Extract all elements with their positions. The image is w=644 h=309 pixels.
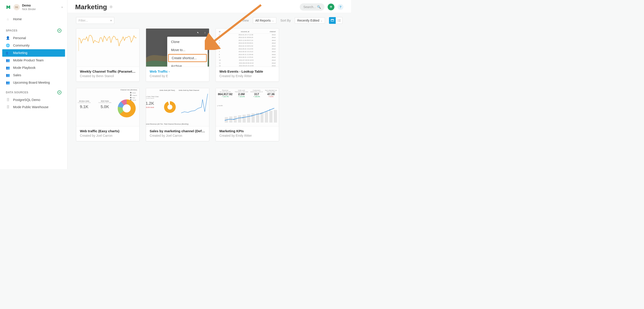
card-title: Marketing KPIs — [220, 129, 275, 133]
main-panel: Marketing ✻ Search... 🔍 + ? Filter... ▾ … — [68, 0, 351, 169]
view-label: View — [242, 19, 249, 22]
gear-icon[interactable]: ✻ — [109, 4, 113, 9]
database-icon: 🗄 — [6, 98, 10, 102]
card-thumbnail: Revenueme, year over year864,917.92+ 123… — [216, 88, 279, 126]
spaces-header: SPACES + — [0, 24, 67, 34]
sidebar-item-personal[interactable]: 👤Personal — [0, 34, 67, 42]
card-subtitle: Created by Emily Ritter — [220, 134, 275, 137]
sidebar-item-mobile-product-team[interactable]: 👥Mobile Product Team — [0, 57, 67, 64]
sidebar-item-community[interactable]: 🌐Community — [0, 42, 67, 49]
sidebar-item-upcoming-board-meeting[interactable]: 👥Upcoming Board Meeting — [0, 79, 67, 86]
search-input[interactable]: Search... 🔍 — [300, 3, 324, 10]
caret-down-icon: ▼ — [61, 6, 63, 8]
sidebar-item-label: Sales — [13, 73, 21, 77]
card-subtitle: Created by Joel Carron — [80, 134, 136, 137]
datasource-item-mode-public-warehouse[interactable]: 🗄Mode Public Warehouse — [0, 103, 67, 111]
datasource-label: Mode Public Warehouse — [13, 105, 48, 109]
add-datasource-button[interactable]: + — [58, 90, 62, 94]
card-context-menu: CloneMove to...Create shortcut...Archive… — [167, 37, 208, 67]
sidebar-item-mode-playbook[interactable]: 👥Mode Playbook — [0, 64, 67, 71]
card-body: Sales by marketing channel (Definiti...C… — [146, 126, 209, 141]
people-icon: 👥 — [6, 58, 10, 62]
org-name: Demo — [22, 3, 36, 8]
chevron-down-icon: ⌄ — [321, 19, 322, 22]
org-user: Nick Binder — [22, 8, 36, 11]
report-card[interactable]: Weekly Channel Traffic (Parameteriz...Cr… — [76, 28, 140, 82]
create-button[interactable]: + — [328, 3, 334, 10]
sidebar-item-label: Marketing — [13, 51, 28, 55]
org-switcher[interactable]: DE Demo Nick Binder ▼ — [0, 2, 67, 14]
card-body: Weekly Channel Traffic (Parameteriz...Cr… — [76, 67, 139, 81]
svg-point-11 — [251, 115, 252, 116]
card-body: Web Traffic - Created by E — [146, 67, 209, 81]
report-card[interactable]: Units Sold (All Time)Units Sold by Paid … — [146, 88, 209, 141]
globe-icon: 🌐 — [6, 44, 10, 47]
people-icon: 👥 — [6, 51, 10, 55]
card-thumbnail: idoccured_atchannel12016-01-24 17:12:38d… — [216, 28, 279, 67]
card-body: Web traffic (Easy charts)Created by Joel… — [76, 126, 139, 141]
filter-icon: ▾ — [110, 19, 112, 22]
sidebar-item-label: Community — [13, 44, 30, 47]
menu-item-archive[interactable]: Archive — [168, 62, 208, 67]
sidebar: DE Demo Nick Binder ▼ ⌂ Home SPACES + 👤P… — [0, 0, 68, 169]
card-subtitle: Created by Benn Stancil — [80, 74, 136, 78]
card-body: Marketing KPIsCreated by Emily Ritter — [216, 126, 279, 141]
grid-view-button[interactable] — [329, 17, 336, 24]
card-thumbnail: Units Sold (All Time)Units Sold by Paid … — [146, 88, 209, 126]
database-icon: 🗄 — [6, 105, 10, 109]
menu-item-clone[interactable]: Clone — [168, 38, 208, 46]
report-card[interactable]: Revenueme, year over year864,917.92+ 123… — [216, 88, 279, 141]
filter-input[interactable]: Filter... ▾ — [76, 17, 114, 24]
svg-point-13 — [269, 109, 270, 110]
sidebar-item-label: Personal — [13, 36, 26, 40]
sidebar-item-label: Mobile Product Team — [13, 58, 44, 62]
card-thumbnail: ✎⋮CloneMove to...Create shortcut...Archi… — [146, 28, 209, 67]
sort-select[interactable]: Recently Edited ⌄ — [295, 17, 325, 24]
report-card[interactable]: Channel mix (All-time)DirectOrganicPaidS… — [76, 88, 140, 141]
app-logo — [6, 4, 11, 10]
page-title: Marketing — [75, 3, 107, 11]
sort-label: Sort By — [280, 19, 291, 22]
view-toggle — [329, 17, 342, 24]
card-thumbnail: Channel mix (All-time)DirectOrganicPaidS… — [76, 88, 139, 126]
nav-home[interactable]: ⌂ Home — [0, 15, 67, 23]
card-title: Web traffic (Easy charts) — [80, 129, 136, 133]
card-subtitle: Created by Emily Ritter — [220, 74, 275, 78]
search-placeholder: Search... — [303, 5, 316, 9]
chevron-down-icon: ⌄ — [272, 19, 274, 22]
card-thumbnail — [76, 28, 139, 67]
report-card[interactable]: idoccured_atchannel12016-01-24 17:12:38d… — [216, 28, 279, 82]
svg-rect-3 — [338, 19, 341, 20]
help-button[interactable]: ? — [338, 4, 344, 10]
home-icon: ⌂ — [6, 17, 10, 21]
card-title: Sales by marketing channel (Definiti... — [150, 129, 206, 133]
card-subtitle: Created by Joel Carron — [150, 134, 206, 137]
svg-rect-6 — [338, 21, 338, 22]
svg-rect-7 — [338, 21, 341, 22]
page-header: Marketing ✻ Search... 🔍 + ? — [68, 0, 351, 13]
svg-point-9 — [233, 119, 234, 120]
people-icon: 👥 — [6, 73, 10, 77]
search-icon: 🔍 — [317, 5, 321, 9]
people-icon: 👥 — [6, 81, 10, 85]
view-select[interactable]: All Reports ⌄ — [253, 17, 276, 24]
datasource-item-postgresql-demo[interactable]: 🗄PostgreSQL Demo — [0, 96, 67, 103]
add-space-button[interactable]: + — [58, 28, 62, 33]
card-body: Web Events - Lookup TableCreated by Emil… — [216, 67, 279, 81]
svg-rect-4 — [338, 20, 338, 21]
report-card[interactable]: ✎⋮CloneMove to...Create shortcut...Archi… — [146, 28, 209, 82]
card-subtitle: Created by E — [150, 74, 206, 78]
list-view-button[interactable] — [336, 17, 342, 24]
sidebar-item-label: Mode Playbook — [13, 66, 36, 69]
svg-rect-1 — [331, 19, 334, 20]
sidebar-item-marketing[interactable]: 👥Marketing — [2, 49, 65, 57]
sidebar-item-sales[interactable]: 👥Sales — [0, 71, 67, 79]
svg-point-10 — [242, 117, 243, 118]
sidebar-item-label: Upcoming Board Meeting — [13, 81, 50, 84]
datasources-header: DATA SOURCES + — [0, 86, 67, 96]
menu-item-create-shortcut-[interactable]: Create shortcut... — [168, 54, 207, 62]
menu-item-move-to-[interactable]: Move to... — [168, 46, 208, 54]
card-title: Web Traffic - — [150, 69, 206, 73]
datasource-label: PostgreSQL Demo — [13, 98, 40, 102]
person-icon: 👤 — [6, 36, 10, 40]
